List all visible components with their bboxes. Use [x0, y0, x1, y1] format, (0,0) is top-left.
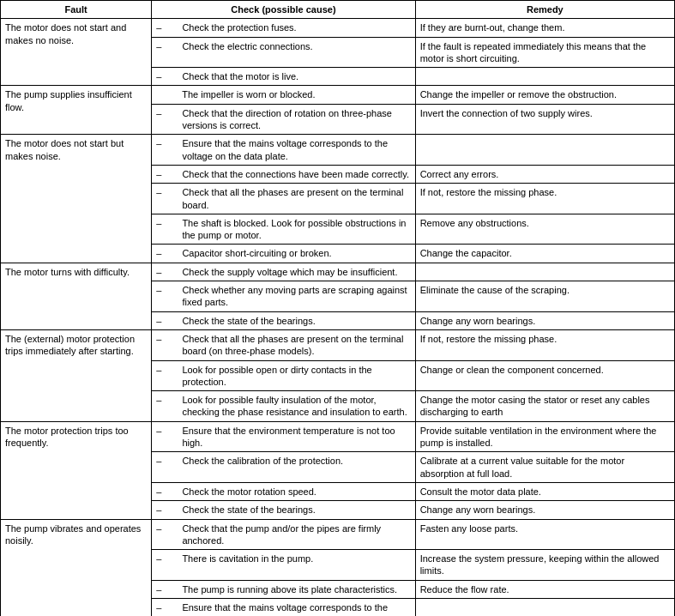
table-row: The pump supplies insufficient flow.The …	[1, 86, 675, 104]
check-cell: The impeller is worn or blocked.	[152, 86, 415, 104]
fault-cell: The pump vibrates and operates noisily.	[1, 519, 152, 616]
check-cell: –Check the state of the bearings.	[152, 501, 415, 519]
troubleshooting-table: Fault Check (possible cause) Remedy The …	[0, 0, 675, 616]
remedy-cell: Provide suitable ventilation in the envi…	[415, 421, 674, 452]
table-row: The motor does not start and makes no no…	[1, 19, 675, 37]
fault-cell: The motor does not start but makes noise…	[1, 135, 152, 263]
check-cell: –Check that the pump and/or the pipes ar…	[152, 519, 415, 550]
check-cell: –Look for possible open or dirty contact…	[152, 360, 415, 391]
check-cell: –Check that the connections have been ma…	[152, 165, 415, 183]
remedy-cell: Fasten any loose parts.	[415, 519, 674, 550]
table-row: The motor does not start but makes noise…	[1, 135, 675, 166]
remedy-cell	[415, 263, 674, 281]
table-row: The motor protection trips too frequentl…	[1, 421, 675, 452]
check-cell: –Check the protection fuses.	[152, 19, 415, 37]
remedy-cell: Eliminate the cause of the scraping.	[415, 281, 674, 312]
remedy-cell: Remove any obstructions.	[415, 214, 674, 245]
remedy-cell: Change any worn bearings.	[415, 311, 674, 329]
header-remedy: Remedy	[415, 1, 674, 19]
header-fault: Fault	[1, 1, 152, 19]
table-row: The (external) motor protection trips im…	[1, 329, 675, 360]
check-cell: –Check that all the phases are present o…	[152, 329, 415, 360]
remedy-cell: Invert the connection of two supply wire…	[415, 104, 674, 135]
check-cell: –The pump is running above its plate cha…	[152, 580, 415, 598]
fault-cell: The pump supplies insufficient flow.	[1, 86, 152, 135]
check-cell: –Check that all the phases are present o…	[152, 184, 415, 214]
remedy-cell: Reduce the flow rate.	[415, 580, 674, 598]
check-cell: –Check the motor rotation speed.	[152, 482, 415, 500]
check-cell: –Check the state of the bearings.	[152, 311, 415, 329]
check-cell: –Ensure that the mains voltage correspon…	[152, 598, 415, 616]
check-cell: –There is cavitation in the pump.	[152, 550, 415, 581]
remedy-cell: If not, restore the missing phase.	[415, 184, 674, 214]
main-table-container: Fault Check (possible cause) Remedy The …	[0, 0, 675, 616]
remedy-cell: Change any worn bearings.	[415, 501, 674, 519]
check-cell: –Ensure that the environment temperature…	[152, 421, 415, 452]
fault-cell: The motor turns with difficulty.	[1, 263, 152, 329]
header-check: Check (possible cause)	[152, 1, 415, 19]
check-cell: –Check that the direction of rotation on…	[152, 104, 415, 135]
remedy-cell: Change the motor casing the stator or re…	[415, 391, 674, 422]
remedy-cell: Change or clean the component concerned.	[415, 360, 674, 391]
check-cell: –The shaft is blocked. Look for possible…	[152, 214, 415, 245]
table-row: The pump vibrates and operates noisily.–…	[1, 519, 675, 550]
remedy-cell	[415, 135, 674, 166]
check-cell: –Check the electric connections.	[152, 37, 415, 68]
check-cell: –Check the calibration of the protection…	[152, 452, 415, 483]
remedy-cell	[415, 598, 674, 616]
remedy-cell: Correct any errors.	[415, 165, 674, 183]
check-cell: –Check whether any moving parts are scra…	[152, 281, 415, 312]
check-cell: –Ensure that the mains voltage correspon…	[152, 135, 415, 166]
remedy-cell: If not, restore the missing phase.	[415, 329, 674, 360]
check-cell: –Check the supply voltage which may be i…	[152, 263, 415, 281]
remedy-cell: Calibrate at a current value suitable fo…	[415, 452, 674, 483]
remedy-cell: Consult the motor data plate.	[415, 482, 674, 500]
remedy-cell: Change the impeller or remove the obstru…	[415, 86, 674, 104]
remedy-cell	[415, 68, 674, 86]
check-cell: –Capacitor short-circuiting or broken.	[152, 245, 415, 263]
remedy-cell: Change the capacitor.	[415, 245, 674, 263]
table-row: The motor turns with difficulty.–Check t…	[1, 263, 675, 281]
remedy-cell: Increase the system pressure, keeping wi…	[415, 550, 674, 581]
check-cell: –Look for possible faulty insulation of …	[152, 391, 415, 422]
remedy-cell: If the fault is repeated immediately thi…	[415, 37, 674, 68]
fault-cell: The (external) motor protection trips im…	[1, 329, 152, 421]
fault-cell: The motor protection trips too frequentl…	[1, 421, 152, 519]
remedy-cell: If they are burnt-out, change them.	[415, 19, 674, 37]
check-cell: –Check that the motor is live.	[152, 68, 415, 86]
fault-cell: The motor does not start and makes no no…	[1, 19, 152, 86]
